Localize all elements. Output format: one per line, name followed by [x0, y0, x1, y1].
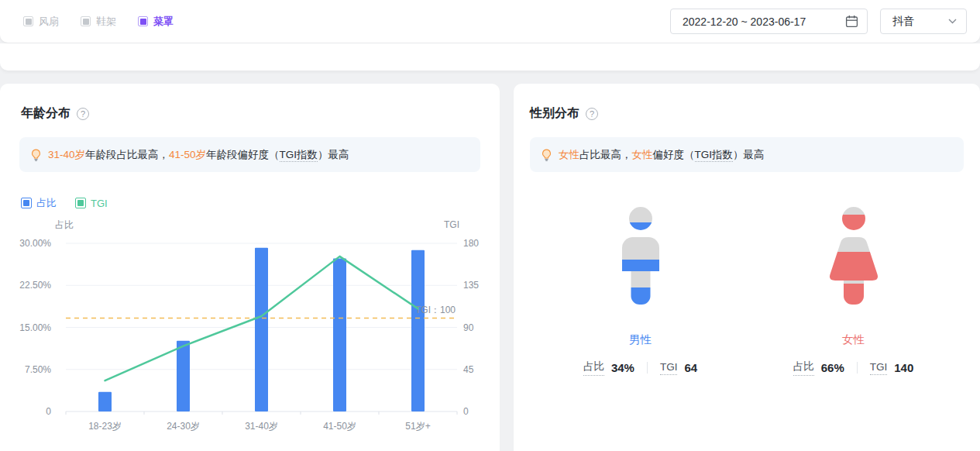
date-range-value: 2022-12-20 ~ 2023-06-17: [683, 15, 806, 28]
share-term[interactable]: 占比: [793, 360, 814, 376]
topic-checkbox-1[interactable]: 鞋架: [81, 15, 116, 29]
date-range-picker[interactable]: 2022-12-20 ~ 2023-06-17: [670, 9, 868, 34]
topic-label: 菜罩: [153, 15, 174, 29]
male-stats: 占比 34% TGI 64: [583, 360, 697, 376]
dashboard: 风扇 鞋架 菜罩 2022-12-20 ~ 2023-06-17 抖音: [0, 0, 980, 451]
age-chart[interactable]: 30.00%18022.50%13515.00%907.50%4500占比TGI…: [0, 215, 480, 448]
share-term[interactable]: 占比: [583, 360, 604, 376]
svg-text:30.00%: 30.00%: [19, 238, 51, 249]
svg-text:18-23岁: 18-23岁: [88, 421, 122, 432]
gender-figures: 男性 占比 34% TGI 64: [514, 207, 980, 376]
female-tgi-value: 140: [894, 361, 913, 374]
svg-text:占比: 占比: [55, 219, 74, 230]
svg-text:0: 0: [46, 406, 51, 417]
female-figure-icon: [829, 207, 879, 305]
svg-text:24-30岁: 24-30岁: [167, 421, 200, 432]
tgi-term[interactable]: TGI: [660, 361, 678, 375]
help-icon[interactable]: ?: [77, 108, 89, 120]
svg-text:15.00%: 15.00%: [19, 322, 51, 333]
legend-swatch-icon: [75, 198, 86, 208]
female-column: 女性 占比 66% TGI 140: [788, 207, 920, 376]
svg-text:180: 180: [463, 238, 479, 249]
top-toolbar: 风扇 鞋架 菜罩 2022-12-20 ~ 2023-06-17 抖音: [0, 0, 980, 43]
gender-panel-title: 性别分布: [530, 105, 579, 122]
help-icon[interactable]: ?: [586, 108, 598, 120]
card-bottom-strip: [0, 43, 980, 71]
legend-swatch-icon: [21, 198, 32, 208]
gender-insight-text: 女性占比最高，女性偏好度（TGI指数）最高: [559, 148, 765, 162]
age-insight-banner: 31-40岁年龄段占比最高，41-50岁年龄段偏好度（TGI指数）最高: [19, 137, 480, 172]
svg-text:51岁+: 51岁+: [405, 421, 430, 432]
platform-value: 抖音: [892, 15, 914, 29]
svg-text:7.50%: 7.50%: [25, 364, 51, 375]
checkbox-icon: [138, 16, 148, 26]
male-tgi-value: 64: [684, 361, 697, 374]
checkbox-icon: [81, 16, 91, 26]
lightbulb-icon: [541, 149, 552, 161]
male-share-value: 34%: [611, 361, 634, 374]
svg-text:TGI：100: TGI：100: [415, 305, 456, 315]
divider: [647, 362, 648, 374]
calendar-icon: [845, 15, 858, 28]
age-chart-legend: 占比 TGI: [21, 197, 500, 209]
female-label: 女性: [842, 332, 865, 347]
lightbulb-icon: [30, 149, 42, 161]
svg-text:41-50岁: 41-50岁: [323, 421, 356, 432]
topic-label: 风扇: [39, 15, 59, 29]
gender-insight-banner: 女性占比最高，女性偏好度（TGI指数）最高: [530, 137, 964, 172]
age-insight-text: 31-40岁年龄段占比最高，41-50岁年龄段偏好度（TGI指数）最高: [48, 148, 349, 162]
divider: [857, 362, 858, 374]
svg-text:45: 45: [463, 364, 474, 375]
female-stats: 占比 66% TGI 140: [793, 360, 914, 376]
male-label: 男性: [629, 332, 652, 347]
svg-text:31-40岁: 31-40岁: [245, 421, 278, 432]
age-panel-title: 年龄分布: [21, 105, 70, 122]
svg-text:22.50%: 22.50%: [19, 280, 51, 291]
topic-checkbox-2[interactable]: 菜罩: [138, 15, 174, 29]
topic-label: 鞋架: [96, 15, 116, 29]
legend-item-tgi[interactable]: TGI: [75, 198, 108, 209]
tgi-term[interactable]: TGI指数: [280, 149, 318, 162]
age-distribution-panel: 年龄分布 ? 31-40岁年龄段占比最高，41-50岁年龄段偏好度（TGI指数）…: [0, 84, 500, 451]
svg-text:90: 90: [463, 322, 474, 333]
svg-text:135: 135: [463, 280, 479, 291]
male-column: 男性 占比 34% TGI 64: [575, 207, 707, 376]
male-figure-icon: [621, 207, 660, 305]
svg-text:TGI: TGI: [444, 219, 459, 230]
svg-text:0: 0: [463, 406, 469, 417]
legend-item-share[interactable]: 占比: [21, 196, 57, 210]
checkbox-icon: [23, 16, 33, 26]
platform-select[interactable]: 抖音: [880, 9, 967, 34]
tgi-term[interactable]: TGI: [870, 361, 888, 375]
female-share-value: 66%: [821, 361, 844, 374]
chevron-down-icon: [948, 19, 957, 24]
topic-checkbox-0[interactable]: 风扇: [23, 15, 59, 29]
tgi-term[interactable]: TGI指数: [695, 149, 734, 162]
gender-distribution-panel: 性别分布 ? 女性占比最高，女性偏好度（TGI指数）最高: [514, 84, 980, 451]
